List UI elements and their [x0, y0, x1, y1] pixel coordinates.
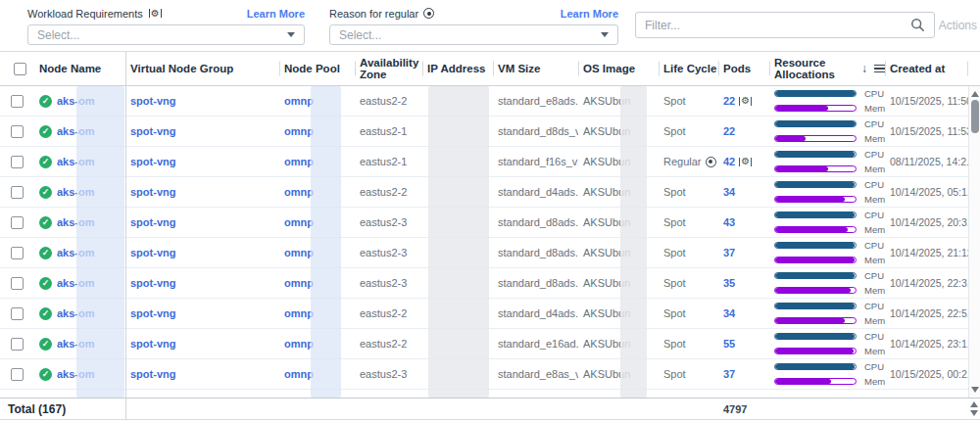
- node-pool-link[interactable]: omnp: [284, 186, 314, 198]
- life-cycle-value: Regular: [663, 156, 702, 167]
- footer-scrollbar[interactable]: [968, 399, 979, 419]
- scrollbar-thumb[interactable]: [971, 100, 979, 133]
- scroll-up-arrow-icon[interactable]: [971, 89, 979, 97]
- row-checkbox[interactable]: [11, 307, 24, 320]
- cpu-usage-label: CPU 99%: [864, 179, 885, 190]
- column-header-node-name[interactable]: Node Name: [34, 52, 125, 85]
- redacted-ip-address-strip: [428, 86, 489, 398]
- life-cycle-value: Spot: [663, 368, 686, 380]
- column-header-vm-size[interactable]: VM Size: [493, 52, 578, 85]
- table-row[interactable]: ✓ aks-om spot-vng omnp eastus2-1 standar…: [0, 117, 980, 147]
- cpu-usage-bar: [774, 242, 857, 249]
- pods-count-link[interactable]: 22: [723, 95, 735, 107]
- pods-count-link[interactable]: 22: [723, 125, 735, 137]
- pods-count-link[interactable]: 55: [723, 338, 735, 350]
- table-row[interactable]: ✓ aks-om spot-vng omnp eastus2-2 standar…: [0, 177, 980, 208]
- virtual-node-group-link[interactable]: spot-vng: [130, 95, 175, 107]
- column-header-node-pool[interactable]: Node Pool: [279, 52, 355, 85]
- sort-desc-icon[interactable]: ↓: [861, 62, 867, 75]
- column-header-created-at[interactable]: Created at: [885, 52, 968, 85]
- workload-requirements-label: Workload Requirements: [27, 8, 143, 20]
- scroll-down-arrow-icon[interactable]: [970, 410, 978, 416]
- node-pool-link[interactable]: omnp: [284, 216, 314, 228]
- availability-zone-value: eastus2-2: [360, 338, 407, 350]
- column-header-resource-allocations[interactable]: Resource Allocations ↓: [769, 52, 885, 85]
- column-header-availability-zone[interactable]: Availability Zone: [355, 52, 422, 85]
- virtual-node-group-link[interactable]: spot-vng: [130, 307, 175, 319]
- vm-size-value: standard_d8ads...: [498, 247, 578, 258]
- virtual-node-group-link[interactable]: spot-vng: [130, 368, 175, 380]
- column-header-life-cycle[interactable]: Life Cycle: [659, 52, 718, 85]
- cpu-bar-row: CPU 99%: [774, 331, 885, 342]
- row-checkbox[interactable]: [11, 156, 24, 168]
- pods-count-link[interactable]: 34: [723, 186, 735, 198]
- row-checkbox[interactable]: [11, 368, 24, 381]
- virtual-node-group-link[interactable]: spot-vng: [130, 277, 175, 289]
- memory-usage-label: Memory 90%: [864, 224, 885, 235]
- table-row[interactable]: ✓ aks-om spot-vng omnp eastus2-2 standar…: [0, 299, 980, 329]
- reason-for-regular-select[interactable]: Select...: [329, 24, 618, 45]
- table-row[interactable]: ✓ aks-om spot-vng omnp eastus2-3 standar…: [0, 268, 980, 299]
- node-pool-link[interactable]: omnp: [284, 338, 314, 350]
- column-header-os-image[interactable]: OS Image: [578, 52, 659, 85]
- memory-bar-row: Memory 94%: [774, 285, 885, 296]
- node-pool-link[interactable]: omnp: [284, 95, 314, 107]
- node-pool-link[interactable]: omnp: [284, 247, 314, 258]
- pods-count-link[interactable]: 35: [723, 277, 735, 289]
- node-pool-link[interactable]: omnp: [284, 156, 314, 167]
- table-row[interactable]: ✓ aks-om spot-vng omnp eastus2-3 standar…: [0, 390, 980, 398]
- node-healthy-icon: ✓: [39, 156, 52, 168]
- workload-learn-more-link[interactable]: Learn More: [247, 8, 305, 20]
- pods-count-link[interactable]: 34: [723, 307, 735, 319]
- column-menu-icon[interactable]: [874, 65, 885, 73]
- select-all-checkbox[interactable]: [14, 63, 26, 75]
- memory-usage-label: Memory 86%: [864, 194, 885, 205]
- table-row[interactable]: ✓ aks-om spot-vng omnp eastus2-1 standar…: [0, 147, 980, 177]
- node-pool-link[interactable]: omnp: [284, 125, 314, 137]
- node-pool-link[interactable]: omnp: [284, 277, 314, 289]
- reason-learn-more-link[interactable]: Learn More: [561, 8, 618, 20]
- column-header-pods[interactable]: Pods: [718, 52, 769, 85]
- virtual-node-group-link[interactable]: spot-vng: [130, 247, 175, 258]
- virtual-node-group-link[interactable]: spot-vng: [130, 125, 175, 137]
- memory-usage-label: Memory 86%: [864, 315, 885, 326]
- resource-allocation-bars: CPU 99% Memory 70%: [769, 361, 885, 387]
- scroll-down-arrow-icon[interactable]: [971, 387, 979, 395]
- virtual-node-group-link[interactable]: spot-vng: [130, 186, 175, 198]
- actions-button[interactable]: Actions: [939, 19, 977, 32]
- virtual-node-group-link[interactable]: spot-vng: [130, 156, 175, 167]
- row-checkbox[interactable]: [11, 338, 24, 351]
- virtual-node-group-link[interactable]: spot-vng: [130, 216, 175, 228]
- pods-count-link[interactable]: 43: [723, 216, 735, 228]
- table-row[interactable]: ✓ aks-om spot-vng omnp eastus2-3 standar…: [0, 359, 980, 390]
- table-row[interactable]: ✓ aks-om spot-vng omnp eastus2-2 standar…: [0, 86, 980, 117]
- node-pool-link[interactable]: omnp: [284, 307, 314, 319]
- chevron-down-icon: [287, 32, 295, 37]
- scroll-up-arrow-icon[interactable]: [970, 401, 978, 407]
- pods-count-link[interactable]: 42: [723, 156, 735, 167]
- row-checkbox[interactable]: [11, 277, 24, 290]
- column-header-ip-address[interactable]: IP Address: [422, 52, 493, 85]
- memory-usage-label: Memory 94%: [864, 285, 885, 296]
- workload-requirements-select[interactable]: Select...: [27, 24, 305, 45]
- pods-count-link[interactable]: 37: [723, 368, 735, 380]
- filter-search-box[interactable]: [635, 12, 935, 38]
- filter-input[interactable]: [645, 19, 910, 32]
- table-row[interactable]: ✓ aks-om spot-vng omnp eastus2-2 standar…: [0, 329, 980, 359]
- table-row[interactable]: ✓ aks-om spot-vng omnp eastus2-3 standar…: [0, 208, 980, 238]
- row-checkbox[interactable]: [11, 186, 24, 199]
- virtual-node-group-link[interactable]: spot-vng: [130, 338, 175, 350]
- cpu-bar-row: CPU 99%: [774, 270, 885, 281]
- column-header-virtual-node-group[interactable]: Virtual Node Group: [125, 52, 279, 85]
- row-checkbox[interactable]: [11, 247, 24, 259]
- resource-allocation-bars: CPU 99% Memory 86%: [769, 301, 885, 326]
- life-cycle-value: Spot: [663, 247, 686, 258]
- row-checkbox[interactable]: [11, 95, 24, 108]
- resource-allocation-bars: CPU 100% Memory 38%: [769, 118, 885, 144]
- table-row[interactable]: ✓ aks-om spot-vng omnp eastus2-3 standar…: [0, 238, 980, 268]
- pods-count-link[interactable]: 37: [723, 247, 735, 258]
- row-checkbox[interactable]: [11, 125, 24, 138]
- node-pool-link[interactable]: omnp: [284, 368, 314, 380]
- vertical-scrollbar[interactable]: [968, 86, 980, 398]
- row-checkbox[interactable]: [11, 216, 24, 229]
